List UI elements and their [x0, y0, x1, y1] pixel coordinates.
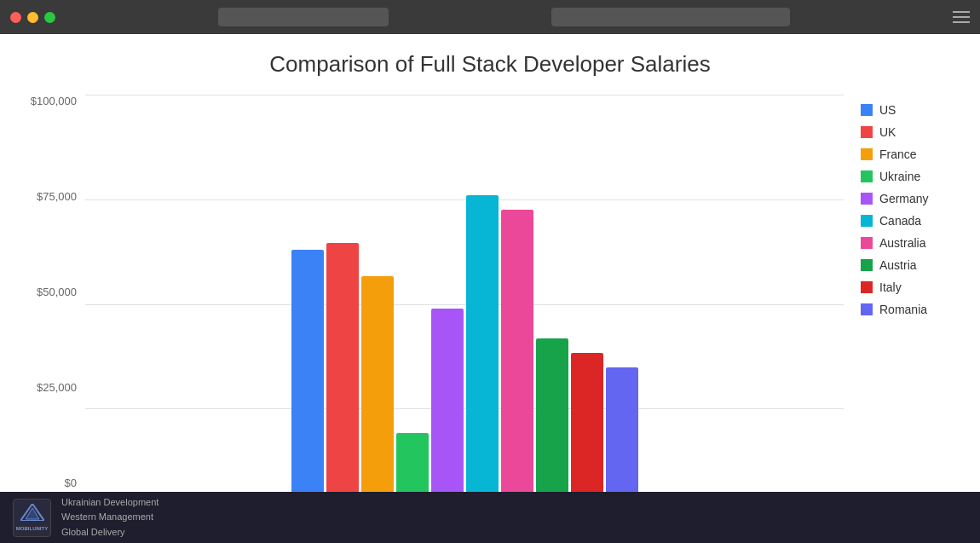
close-button[interactable]: [10, 12, 21, 23]
title-bar-center: [218, 8, 389, 26]
legend-label-italy: Italy: [879, 280, 902, 294]
brand-line2: Western Management: [61, 510, 159, 525]
legend-item-france: France: [861, 147, 963, 161]
chart-body: $100,000$75,000$50,000$25,000$0: [17, 95, 844, 515]
legend-color-germany: [861, 193, 873, 205]
brand-line3: Global Delivery: [61, 525, 159, 540]
legend-color-us: [861, 104, 873, 116]
legend-item-canada: Canada: [861, 214, 963, 228]
chart-title: Comparison of Full Stack Developer Salar…: [269, 51, 710, 78]
legend-label-romania: Romania: [879, 303, 927, 316]
bar-australia: [501, 210, 533, 514]
legend-label-canada: Canada: [879, 214, 921, 228]
legend-item-austria: Austria: [861, 258, 963, 272]
menu-icon[interactable]: [953, 11, 970, 23]
legend-color-australia: [861, 237, 873, 249]
y-axis: $100,000$75,000$50,000$25,000$0: [17, 95, 85, 515]
legend-color-uk: [861, 126, 873, 138]
legend-item-romania: Romania: [861, 303, 963, 316]
legend-item-ukraine: Ukraine: [861, 170, 963, 183]
bar-austria: [536, 338, 568, 514]
legend-item-uk: UK: [861, 125, 963, 139]
legend-item-germany: Germany: [861, 192, 963, 205]
legend-label-australia: Australia: [879, 236, 925, 250]
bar-france: [361, 276, 394, 515]
brand-line1: Ukrainian Development: [61, 495, 159, 511]
legend-label-austria: Austria: [879, 258, 917, 272]
legend-color-canada: [861, 215, 873, 227]
legend-label-ukraine: Ukraine: [879, 170, 920, 183]
bottom-bar: MOBILUNITY Ukrainian Development Western…: [0, 492, 980, 543]
legend-label-germany: Germany: [879, 192, 929, 205]
maximize-button[interactable]: [44, 12, 55, 23]
chart-plot: [85, 95, 844, 515]
legend-item-australia: Australia: [861, 236, 963, 250]
y-axis-label: $75,000: [37, 190, 77, 203]
bar-germany: [431, 309, 464, 514]
logo-box: MOBILUNITY: [13, 499, 51, 537]
window-controls: [10, 12, 55, 23]
bar-us: [291, 250, 324, 514]
chart-area: $100,000$75,000$50,000$25,000$0 Full Sta…: [17, 95, 963, 543]
legend-label-uk: UK: [879, 125, 896, 139]
y-axis-label: $25,000: [37, 381, 77, 394]
y-axis-label: $0: [65, 477, 77, 489]
legend: USUKFranceUkraineGermanyCanadaAustraliaA…: [844, 95, 963, 543]
brand-text: Ukrainian Development Western Management…: [61, 495, 159, 540]
minimize-button[interactable]: [27, 12, 38, 23]
main-content: Comparison of Full Stack Developer Salar…: [0, 34, 980, 543]
title-bar: [0, 0, 980, 34]
chart-container: $100,000$75,000$50,000$25,000$0 Full Sta…: [17, 95, 844, 543]
bar-canada: [466, 195, 499, 514]
legend-color-austria: [861, 259, 873, 271]
y-axis-label: $100,000: [31, 95, 77, 107]
bars-wrapper: [85, 95, 844, 514]
legend-color-ukraine: [861, 170, 873, 182]
legend-label-france: France: [879, 147, 917, 161]
legend-color-italy: [861, 281, 873, 293]
logo-icon: [20, 504, 44, 521]
bar-uk: [326, 243, 359, 514]
bar-italy: [571, 353, 603, 514]
title-bar-search: [551, 8, 790, 26]
logo-label: MOBILUNITY: [16, 526, 48, 531]
legend-item-italy: Italy: [861, 280, 963, 294]
legend-item-us: US: [861, 103, 963, 117]
legend-label-us: US: [879, 103, 896, 117]
legend-color-france: [861, 148, 873, 160]
y-axis-label: $50,000: [37, 286, 77, 298]
legend-color-romania: [861, 303, 873, 315]
